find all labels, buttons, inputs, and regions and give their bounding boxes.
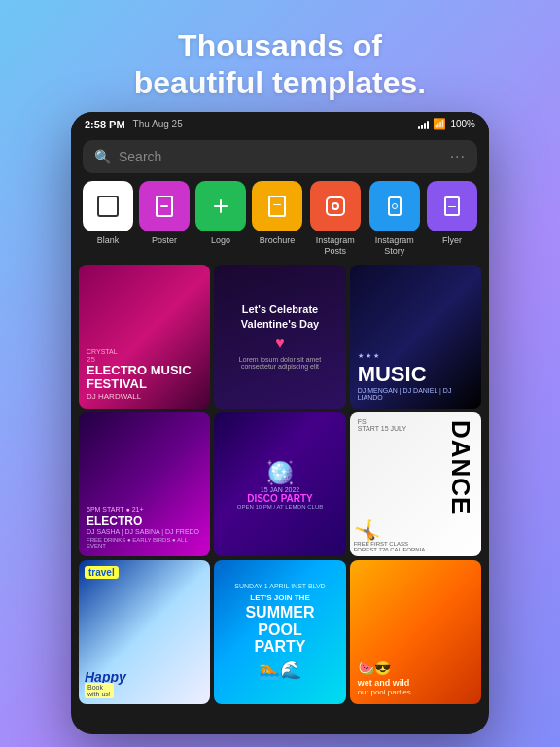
poster-doc-icon — [156, 196, 173, 217]
search-icon: 🔍 — [94, 149, 111, 164]
template-card-electro[interactable]: 6PM START ● 21+ ELECTRO DJ SASHA | DJ SA… — [79, 412, 210, 556]
category-blank-label: Blank — [97, 235, 120, 246]
category-instagram-posts-icon — [310, 181, 361, 231]
category-blank[interactable]: Blank — [83, 181, 133, 257]
templates-grid: CRYSTAL 25 ELECTRO MUSICFESTIVAL DJ HARD… — [71, 265, 489, 704]
template-card-music[interactable]: ★ ★ ★ MUSIC DJ MENGAN | DJ DANIEL | DJ L… — [350, 265, 481, 409]
category-instagram-posts[interactable]: Instagram Posts — [308, 181, 363, 257]
template-card-pool-party[interactable]: 🍉😎 wet and wild our pool parties — [350, 560, 481, 704]
template-card-disco[interactable]: 🪩 15 JAN 2022 DISCO PARTY OPEN 10 PM / A… — [214, 412, 345, 556]
insta-story-icon — [388, 196, 402, 216]
template-disco-ball: 🪩 — [265, 459, 295, 486]
category-brochure-label: Brochure — [260, 235, 296, 246]
hero-line1: Thousands of — [178, 28, 382, 63]
category-brochure[interactable]: Brochure — [252, 181, 302, 257]
template-electro-small: 6PM START ● 21+ — [87, 506, 202, 513]
category-flyer[interactable]: Flyer — [427, 181, 477, 257]
template-dj-hardwall: DJ HARDWALL — [87, 392, 202, 401]
categories-row: Blank Poster Logo Brochure — [71, 181, 489, 265]
category-flyer-icon — [427, 181, 477, 231]
category-logo[interactable]: Logo — [195, 181, 246, 257]
template-electro-title: ELECTRO — [87, 515, 202, 528]
template-disco-title: DISCO PARTY — [247, 493, 313, 504]
battery-text: 100% — [450, 119, 475, 129]
category-poster-icon — [139, 181, 190, 231]
category-flyer-label: Flyer — [442, 235, 462, 246]
template-dance-sub: FREE FIRST CLASSFOREST 726 CALIFORNIA — [354, 541, 426, 552]
template-dance-top: FSSTART 15 JULY — [358, 418, 406, 432]
hero-line2: beautiful templates. — [134, 65, 427, 100]
search-bar[interactable]: 🔍 Search ··· — [83, 140, 477, 173]
template-heart-icon: ♥ — [275, 335, 285, 352]
template-pool-sub: SUNDAY 1 APRIL INST BLVD — [234, 583, 325, 589]
template-dance-title: DANCE — [445, 420, 475, 515]
template-lets-join: LET'S JOIN THE — [250, 593, 309, 602]
category-instagram-story-label: Instagram Story — [368, 235, 421, 257]
template-book-label: Bookwith us! — [85, 683, 114, 698]
template-wet-wild: wet and wild — [358, 678, 473, 688]
category-instagram-story-icon — [369, 181, 420, 231]
status-date: Thu Aug 25 — [133, 119, 183, 129]
template-electro-sub: DJ SASHA | DJ SABINA | DJ FREDO — [87, 528, 202, 535]
template-pool-parties: our pool parties — [358, 688, 473, 696]
status-time: 2:58 PM — [85, 119, 125, 130]
template-card-dance[interactable]: FSSTART 15 JULY DANCE 🤸 FREE FIRST CLASS… — [350, 412, 481, 556]
template-music-top: ★ ★ ★ — [358, 352, 473, 360]
template-card-pool[interactable]: SUNDAY 1 APRIL INST BLVD LET'S JOIN THE … — [214, 560, 345, 704]
template-valentines-text: Lorem ipsum dolor sit amet consectetur a… — [224, 356, 335, 370]
template-electro-music: ELECTRO MUSICFESTIVAL — [87, 364, 202, 392]
category-logo-label: Logo — [211, 235, 230, 246]
phone-mockup: 2:58 PM Thu Aug 25 📶 100% 🔍 Search ··· B… — [71, 112, 489, 734]
category-instagram-posts-label: Instagram Posts — [308, 235, 363, 257]
hero-section: Thousands of beautiful templates. — [0, 0, 560, 120]
category-instagram-story[interactable]: Instagram Story — [368, 181, 421, 257]
status-icons: 📶 100% — [418, 118, 475, 130]
brochure-doc-icon — [268, 196, 286, 217]
wifi-icon: 📶 — [433, 118, 446, 130]
status-bar: 2:58 PM Thu Aug 25 📶 100% — [71, 112, 489, 134]
template-crystal-label: CRYSTAL — [87, 348, 202, 355]
more-options-icon[interactable]: ··· — [450, 148, 466, 165]
category-poster-label: Poster — [152, 235, 177, 246]
template-pool-party-icons: 🍉😎 — [358, 660, 473, 676]
signal-icon — [418, 120, 429, 129]
logo-plus-icon — [210, 196, 231, 217]
template-djs: DJ MENGAN | DJ DANIEL | DJ LIANDO — [358, 387, 473, 401]
template-music-title: MUSIC — [358, 362, 473, 387]
hero-title: Thousands of beautiful templates. — [39, 27, 521, 102]
category-brochure-icon — [252, 181, 302, 231]
template-card-happy[interactable]: travel Happy Bookwith us! — [79, 560, 210, 704]
search-input[interactable]: Search — [119, 149, 442, 164]
template-pool-icons: 🏊🌊 — [259, 659, 301, 681]
flyer-doc-icon — [444, 196, 460, 216]
category-logo-icon — [195, 181, 246, 231]
template-valentines-title: Let's CelebrateValentine's Day — [241, 302, 319, 331]
template-disco-sub: OPEN 10 PM / AT LEMON CLUB — [237, 504, 323, 510]
template-electro-extra: FREE DRINKS ● EARLY BIRDS ● ALL EVENT — [87, 537, 202, 549]
template-pool-title: SUMMERPOOLPARTY — [245, 604, 314, 656]
template-disco-date: 15 JAN 2022 — [261, 486, 299, 493]
template-travel-label: travel — [85, 566, 119, 579]
category-poster[interactable]: Poster — [139, 181, 190, 257]
template-card-valentines[interactable]: Let's CelebrateValentine's Day ♥ Lorem i… — [214, 265, 345, 409]
insta-posts-icon — [326, 196, 345, 216]
template-card-electro-festival[interactable]: CRYSTAL 25 ELECTRO MUSICFESTIVAL DJ HARD… — [79, 265, 210, 409]
category-blank-icon — [83, 181, 133, 231]
